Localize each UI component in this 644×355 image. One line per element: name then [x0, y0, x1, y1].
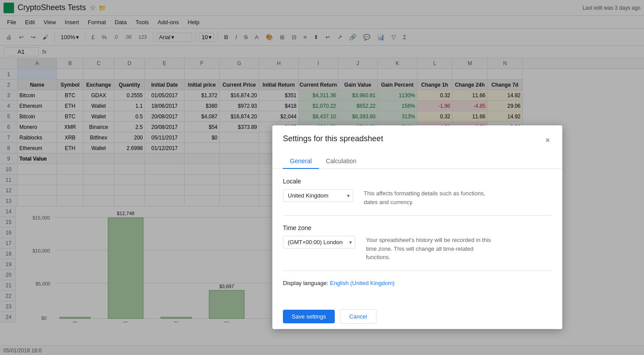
dialog-title: Settings for this spreadsheet	[283, 134, 383, 143]
dialog-tabs: General Calculation	[272, 154, 562, 169]
language-prefix: Display language:	[283, 280, 330, 286]
timezone-select-wrapper: (GMT+00:00) London ▾	[283, 236, 355, 249]
locale-select[interactable]: United Kingdom	[283, 189, 353, 202]
dialog-overlay: Settings for this spreadsheet × General …	[0, 0, 644, 355]
timezone-select[interactable]: (GMT+00:00) London	[283, 236, 355, 249]
locale-hint: This affects formatting details such as …	[364, 189, 496, 206]
dialog-footer: Save settings Cancel	[272, 304, 562, 329]
divider-2	[283, 271, 552, 271]
timezone-hint: Your spreadsheet's history will be recor…	[366, 236, 498, 262]
locale-label: Locale	[283, 178, 552, 185]
tab-calculation[interactable]: Calculation	[319, 154, 363, 169]
locale-row: United Kingdom ▾ This affects formatting…	[283, 189, 552, 206]
save-settings-button[interactable]: Save settings	[283, 310, 335, 323]
dialog-close-button[interactable]: ×	[543, 134, 552, 147]
cancel-button[interactable]: Cancel	[340, 309, 376, 324]
dialog-body: Locale United Kingdom ▾ This affects for…	[272, 169, 562, 304]
language-link[interactable]: English (United Kingdom)	[330, 280, 394, 286]
tab-general[interactable]: General	[283, 154, 319, 169]
locale-select-wrapper: United Kingdom ▾	[283, 189, 353, 202]
timezone-label: Time zone	[283, 224, 552, 231]
settings-dialog: Settings for this spreadsheet × General …	[272, 125, 562, 329]
locale-section: Locale United Kingdom ▾ This affects for…	[283, 178, 552, 206]
timezone-section: Time zone (GMT+00:00) London ▾ Your spre…	[283, 224, 552, 262]
language-section: Display language: English (United Kingdo…	[283, 280, 552, 286]
timezone-row: (GMT+00:00) London ▾ Your spreadsheet's …	[283, 236, 552, 262]
divider-1	[283, 215, 552, 216]
dialog-header: Settings for this spreadsheet ×	[272, 125, 562, 147]
